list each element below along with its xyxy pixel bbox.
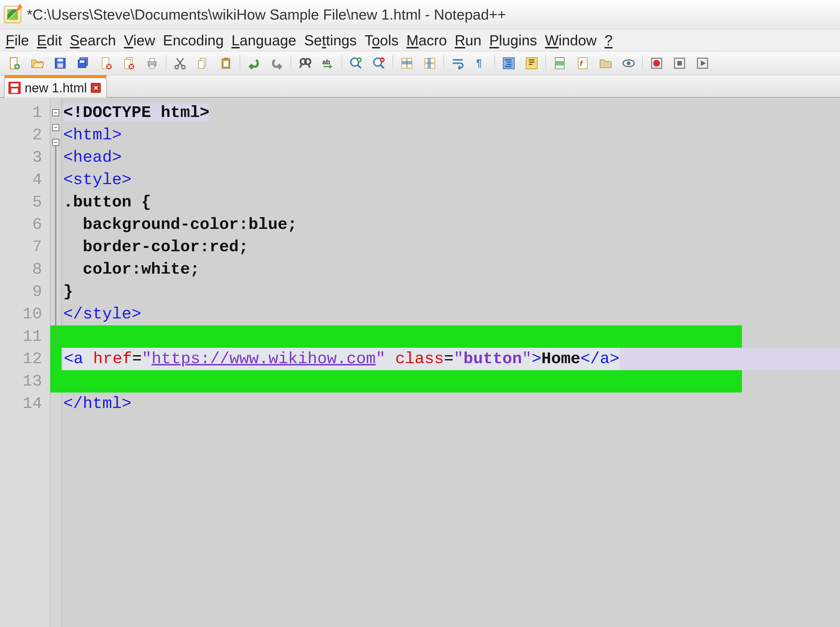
code-line-13[interactable] — [62, 370, 840, 392]
fold-toggle-icon[interactable] — [52, 109, 59, 117]
titlebar: *C:\Users\Steve\Documents\wikiHow Sample… — [0, 0, 840, 29]
svg-rect-41 — [578, 58, 587, 69]
tab-label: new 1.html — [25, 80, 87, 95]
line-number: 11 — [0, 325, 50, 348]
close-file-icon[interactable] — [95, 54, 117, 72]
code-area[interactable]: <!DOCTYPE html> <html> <head> <style> .b… — [62, 98, 840, 627]
tab-file[interactable]: new 1.html × — [4, 77, 107, 98]
line-number: 10 — [0, 303, 50, 325]
menubar: File Edit Search View Encoding Language … — [0, 29, 840, 51]
sync-h-scroll-icon[interactable] — [419, 54, 441, 72]
code-line-3[interactable]: <head> — [62, 147, 840, 169]
show-all-chars-icon[interactable]: ¶ — [470, 54, 492, 72]
monitor-icon[interactable] — [618, 54, 639, 72]
menu-view[interactable]: View — [124, 32, 155, 49]
window-title: *C:\Users\Steve\Documents\wikiHow Sample… — [27, 6, 506, 23]
menu-plugins[interactable]: Plugins — [489, 32, 537, 49]
redo-icon[interactable] — [266, 54, 288, 72]
menu-settings[interactable]: Settings — [304, 32, 357, 49]
cut-icon[interactable] — [169, 54, 191, 72]
svg-rect-14 — [150, 58, 154, 61]
user-lang-icon[interactable] — [521, 54, 543, 72]
menu-help[interactable]: ? — [605, 32, 613, 49]
line-number: 13 — [0, 370, 50, 392]
print-icon[interactable] — [141, 54, 163, 72]
svg-point-24 — [305, 59, 311, 65]
svg-rect-32 — [402, 61, 412, 65]
code-line-4[interactable]: <style> — [62, 169, 840, 191]
menu-run[interactable]: Run — [455, 32, 481, 49]
indent-guide-icon[interactable] — [498, 54, 519, 72]
new-file-icon[interactable] — [3, 54, 25, 72]
line-number: 4 — [0, 169, 50, 191]
code-line-6[interactable]: background-color:blue; — [62, 213, 840, 236]
toolbar-separator — [166, 55, 166, 71]
svg-rect-19 — [199, 60, 204, 68]
code-line-10[interactable]: </style> — [62, 303, 840, 325]
open-file-icon[interactable] — [26, 54, 48, 72]
line-number: 2 — [0, 124, 50, 147]
line-number: 5 — [0, 191, 50, 213]
fold-toggle-icon[interactable] — [52, 124, 59, 131]
svg-rect-7 — [80, 60, 84, 63]
code-line-1[interactable]: <!DOCTYPE html> — [62, 102, 840, 124]
code-line-5[interactable]: .button { — [62, 191, 840, 213]
paste-icon[interactable] — [215, 54, 237, 72]
save-icon[interactable] — [49, 54, 71, 72]
zoom-in-icon[interactable] — [345, 54, 367, 72]
toolbar-separator — [444, 55, 444, 71]
toolbar-separator — [393, 55, 393, 71]
menu-language[interactable]: Language — [232, 32, 296, 49]
replace-icon[interactable]: ab — [317, 54, 339, 72]
toolbar-separator — [642, 55, 643, 71]
editor[interactable]: 1 2 3 4 5 6 7 8 9 10 11 12 13 14 <!DOCTY… — [0, 98, 840, 627]
menu-edit[interactable]: Edit — [37, 32, 62, 49]
menu-macro[interactable]: Macro — [406, 32, 447, 49]
menu-encoding[interactable]: Encoding — [163, 32, 224, 49]
toolbar-separator — [545, 55, 546, 71]
close-all-icon[interactable] — [118, 54, 140, 72]
line-number: 8 — [0, 258, 50, 280]
code-line-7[interactable]: border-color:red; — [62, 236, 840, 258]
svg-point-16 — [175, 65, 178, 69]
menu-tools[interactable]: Tools — [365, 32, 398, 49]
tab-close-icon[interactable]: × — [91, 83, 101, 93]
code-line-12[interactable]: <a href="https://www.wikihow.com" class=… — [62, 348, 840, 370]
code-line-11[interactable] — [62, 325, 840, 348]
fold-line — [55, 258, 56, 348]
stop-macro-icon[interactable] — [669, 54, 690, 72]
zoom-out-icon[interactable] — [368, 54, 390, 72]
menu-search[interactable]: Search — [70, 32, 116, 49]
doc-map-icon[interactable] — [549, 54, 571, 72]
svg-rect-35 — [428, 58, 431, 68]
code-line-8[interactable]: color:white; — [62, 258, 840, 280]
menu-window[interactable]: Window — [545, 32, 597, 49]
record-macro-icon[interactable] — [646, 54, 668, 72]
svg-rect-21 — [224, 58, 227, 60]
code-line-9[interactable]: } — [62, 280, 840, 303]
line-number: 7 — [0, 236, 50, 258]
line-number: 6 — [0, 213, 50, 236]
svg-rect-22 — [224, 61, 228, 66]
play-macro-icon[interactable] — [692, 54, 714, 72]
undo-icon[interactable] — [243, 54, 265, 72]
code-line-2[interactable]: <html> — [62, 124, 840, 147]
toolbar: ab ¶ f — [0, 51, 840, 75]
fold-toggle-icon[interactable] — [52, 139, 59, 146]
copy-icon[interactable] — [192, 54, 214, 72]
line-number: 9 — [0, 280, 50, 303]
svg-point-44 — [627, 61, 630, 65]
menu-file[interactable]: File — [6, 32, 29, 49]
save-all-icon[interactable] — [72, 54, 94, 72]
code-line-14[interactable]: </html> — [62, 392, 840, 415]
sync-v-scroll-icon[interactable] — [396, 54, 418, 72]
svg-rect-40 — [555, 61, 564, 65]
svg-rect-3 — [57, 59, 63, 61]
function-list-icon[interactable]: f — [572, 54, 594, 72]
svg-rect-15 — [150, 65, 154, 68]
word-wrap-icon[interactable] — [447, 54, 469, 72]
find-icon[interactable] — [294, 54, 316, 72]
fold-line — [55, 146, 56, 258]
svg-rect-48 — [677, 61, 682, 65]
folder-workspace-icon[interactable] — [595, 54, 617, 72]
